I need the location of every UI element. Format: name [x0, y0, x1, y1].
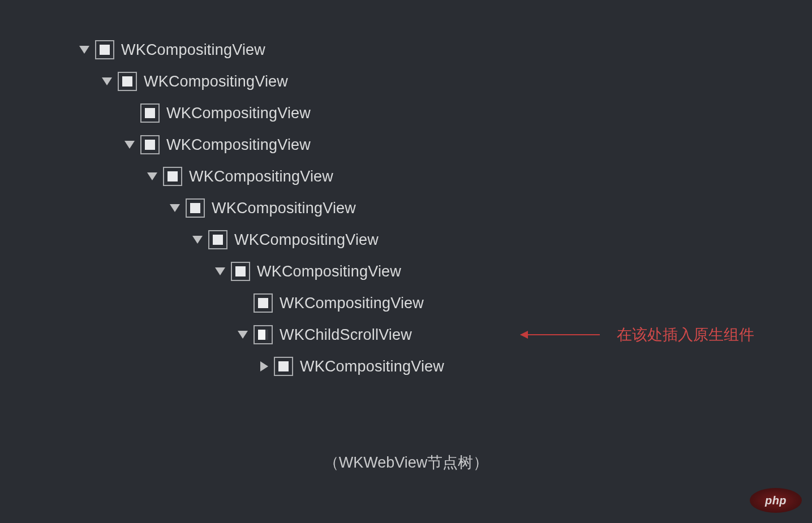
- tree-node-label: WKChildScrollView: [280, 326, 412, 344]
- annotation-text: 在该处插入原生组件: [617, 325, 754, 345]
- view-icon: [140, 103, 160, 123]
- caption-text: WKWebView节点树: [339, 454, 474, 471]
- view-hierarchy-tree: WKCompositingViewWKCompositingViewWKComp…: [79, 34, 444, 382]
- caption-close-paren: ）: [473, 454, 488, 471]
- tree-row[interactable]: WKCompositingView: [79, 97, 444, 129]
- view-icon: [163, 167, 182, 186]
- tree-row[interactable]: WKCompositingView: [79, 161, 444, 192]
- tree-row[interactable]: WKCompositingView: [79, 287, 444, 319]
- view-icon: [118, 72, 137, 91]
- tree-row[interactable]: WKCompositingView: [79, 34, 444, 66]
- tree-row[interactable]: WKCompositingView: [79, 224, 444, 256]
- view-icon: [208, 230, 227, 249]
- tree-node-label: WKCompositingView: [257, 263, 401, 280]
- view-icon: [274, 357, 293, 376]
- chevron-down-icon[interactable]: [147, 172, 157, 180]
- tree-row[interactable]: WKCompositingView: [79, 192, 444, 224]
- chevron-down-icon[interactable]: [215, 267, 225, 275]
- tree-row[interactable]: WKCompositingView: [79, 129, 444, 161]
- chevron-down-icon[interactable]: [192, 236, 203, 244]
- view-icon: [95, 40, 114, 59]
- tree-row[interactable]: WKCompositingView: [79, 66, 444, 97]
- tree-node-label: WKCompositingView: [166, 105, 311, 122]
- tree-node-label: WKCompositingView: [144, 73, 288, 90]
- annotation: 在该处插入原生组件: [521, 325, 754, 345]
- tree-row[interactable]: WKCompositingView: [79, 256, 444, 287]
- chevron-down-icon[interactable]: [79, 46, 89, 54]
- php-watermark: php: [750, 488, 802, 513]
- tree-node-label: WKCompositingView: [121, 41, 265, 59]
- chevron-right-icon[interactable]: [260, 361, 268, 371]
- view-icon: [254, 293, 273, 313]
- chevron-down-icon[interactable]: [102, 77, 112, 85]
- chevron-down-icon[interactable]: [124, 141, 135, 149]
- scrollview-icon: [254, 325, 273, 344]
- tree-node-label: WKCompositingView: [166, 136, 311, 154]
- view-icon: [231, 262, 250, 281]
- tree-row[interactable]: WKChildScrollView在该处插入原生组件: [79, 319, 444, 351]
- caption: （WKWebView节点树）: [0, 452, 812, 473]
- tree-row[interactable]: WKCompositingView: [79, 351, 444, 382]
- tree-node-label: WKCompositingView: [300, 358, 444, 375]
- view-icon: [140, 135, 160, 154]
- chevron-down-icon[interactable]: [170, 204, 180, 212]
- arrow-left-icon: [521, 334, 600, 335]
- chevron-down-icon[interactable]: [238, 331, 248, 339]
- view-icon: [186, 198, 205, 218]
- tree-node-label: WKCompositingView: [234, 231, 379, 249]
- tree-node-label: WKCompositingView: [189, 168, 333, 185]
- caption-open-paren: （: [324, 454, 339, 471]
- tree-node-label: WKCompositingView: [212, 200, 356, 217]
- tree-node-label: WKCompositingView: [280, 295, 424, 312]
